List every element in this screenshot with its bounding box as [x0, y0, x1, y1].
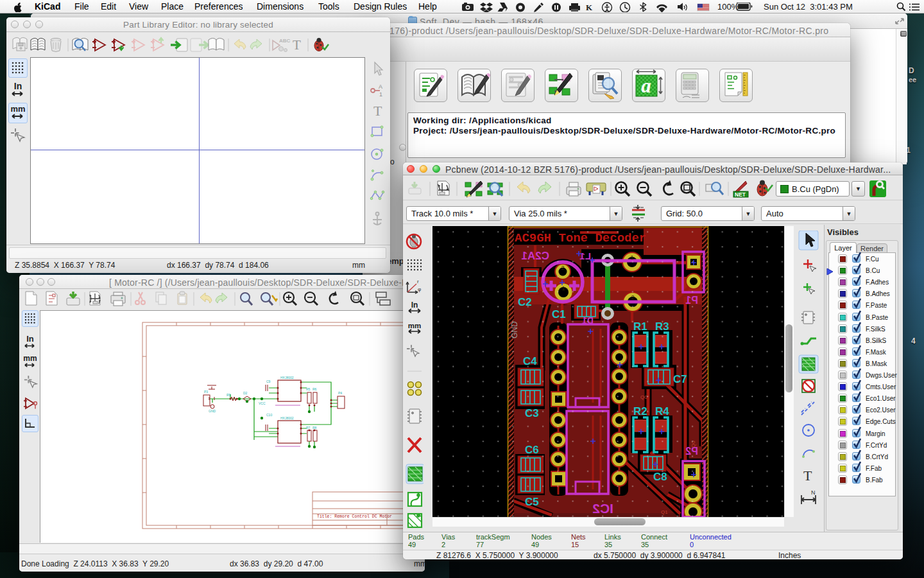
svg-text:1: 1 [379, 91, 382, 98]
svg-text:R8: R8 [312, 426, 317, 430]
svg-text:K: K [586, 3, 593, 12]
svg-text:HXJ8002: HXJ8002 [280, 416, 294, 420]
svg-text:In: In [411, 301, 418, 310]
svg-text:T: T [803, 468, 812, 484]
svg-text:HXJ8002: HXJ8002 [280, 376, 294, 380]
svg-text:R6: R6 [312, 387, 317, 391]
svg-text:R7: R7 [306, 426, 311, 430]
svg-text:R5: R5 [306, 387, 311, 391]
svg-text:R9: R9 [227, 393, 231, 397]
svg-text:Title: Remore Control DC Motor: Title: Remore Control DC Motor [317, 514, 392, 519]
svg-text:P4: P4 [338, 391, 342, 395]
svg-text:r: r [417, 279, 419, 285]
svg-text:P3: P3 [204, 390, 208, 394]
svg-text:φ: φ [418, 286, 421, 292]
svg-text:D2: D2 [243, 391, 248, 395]
svg-text:mm: mm [408, 322, 421, 329]
svg-text:C10: C10 [266, 413, 272, 417]
svg-text:C9: C9 [266, 380, 271, 383]
svg-text:ABC: ABC [279, 38, 291, 44]
svg-text:NET: NET [735, 191, 746, 198]
svg-text:a: a [641, 74, 651, 97]
svg-text:T: T [293, 37, 301, 53]
svg-text:A: A [379, 83, 382, 90]
svg-text:T: T [373, 103, 382, 119]
svg-text:N: N [811, 489, 816, 496]
svg-text:GND: GND [209, 409, 216, 413]
svg-text:VCC: VCC [259, 401, 266, 405]
